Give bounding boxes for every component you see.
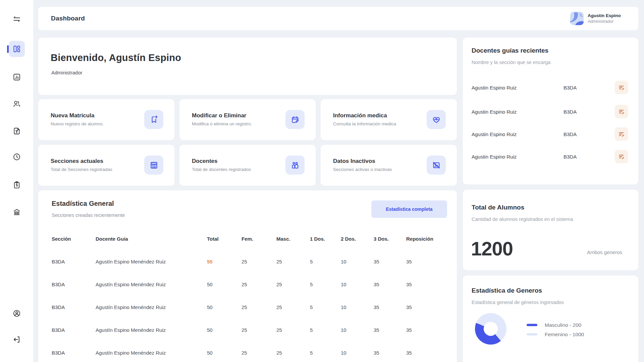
docente-name: Agustin Espino Ruiz [472, 109, 564, 115]
card-title: Nueva Matricula [51, 112, 94, 119]
table-cell: 10 [341, 282, 374, 287]
card-subtitle: Total de Secciones registradas [51, 167, 112, 172]
card-subtitle: Total de docentes registrados [192, 167, 251, 172]
table-cell: 25 [241, 282, 276, 287]
panel-subtitle: Cantidad de alumnos registrados en el si… [472, 217, 573, 222]
card-title: Modificar o Eliminar [192, 112, 246, 119]
docente-row: Agustin Espino Ruiz B3DA [463, 150, 638, 163]
user-menu[interactable]: Agustín Espino Administrador [570, 12, 621, 25]
col-masc: Masc. [276, 236, 310, 242]
welcome-subtitle: Administrador [51, 70, 83, 75]
table-cell: 25 [241, 259, 276, 264]
account-icon[interactable] [12, 309, 21, 318]
table-icon [144, 156, 163, 175]
estadistica-completa-button[interactable]: Estadística completa [371, 200, 447, 218]
logout-icon[interactable] [12, 335, 21, 344]
table-cell: 25 [276, 282, 310, 287]
col-seccion: Sección [52, 236, 96, 242]
user-role: Administrador [588, 19, 621, 24]
docente-section: B3DA [564, 154, 615, 160]
menu-toggle-icon[interactable] [12, 15, 21, 23]
table-header-row: Sección Docente Guia Total Fem. Masc. 1 … [52, 232, 443, 245]
card-docentes[interactable]: Docentes Total de docentes registrados [179, 145, 316, 186]
card-subtitle: Nuevo registro de alumno. [51, 121, 104, 126]
col-docente-guia: Docente Guia [96, 236, 207, 242]
table-cell: B3DA [52, 350, 96, 356]
table-cell: 25 [276, 350, 310, 356]
card-datos-inactivos[interactable]: Datos Inactivos Secciones activas o inac… [321, 145, 457, 186]
table-cell: 35 [406, 282, 443, 287]
table-cell: 25 [276, 327, 310, 333]
sidebar-item-documents[interactable] [12, 127, 21, 135]
users-icon [12, 100, 21, 108]
table-row: B3DA Agustín Espino Menéndez Ruiz 50 25 … [52, 273, 443, 296]
table-cell: 5 [310, 304, 341, 310]
table-cell: 25 [276, 259, 310, 264]
edit-docente-button[interactable] [615, 81, 628, 94]
table-cell: 35 [406, 327, 443, 333]
legend-masculino: Masculino - 200 [545, 322, 581, 328]
table-cell-highlight: 55 [207, 259, 241, 264]
avatar [570, 12, 584, 25]
bookmark-plus-icon [144, 110, 163, 129]
total-alumnos-card: Total de Alumnos Cantidad de alumnos reg… [463, 190, 638, 270]
edit-docente-button[interactable] [615, 105, 628, 118]
estadistica-general-card: Estadística General Secciones creadas re… [38, 190, 457, 362]
edit-docente-button[interactable] [615, 150, 628, 163]
sidebar-item-charts[interactable] [12, 73, 21, 81]
table-row: B3DA Agustín Espino Menéndez Ruiz 50 25 … [52, 341, 443, 362]
table-cell: 35 [406, 259, 443, 264]
card-informacion-medica[interactable]: Información medica Consulta la informaci… [321, 99, 457, 140]
edit-list-icon [618, 153, 625, 160]
panel-title: Estadística de Generos [472, 287, 542, 294]
section-title: Estadística General [52, 200, 114, 207]
docente-name: Agustin Espino Ruiz [472, 154, 564, 160]
total-alumnos-value: 1200 [471, 237, 513, 260]
table-cell: 25 [241, 304, 276, 310]
docente-row: Agustin Espino Ruiz B3DA [463, 81, 638, 94]
panel-title: Docentes guías recientes [472, 47, 548, 54]
col-2dos: 2 Dos. [341, 236, 374, 242]
page-title: Dashboard [51, 15, 85, 22]
dashboard-icon [12, 45, 21, 53]
col-reposicion: Reposición [406, 236, 443, 242]
edit-list-icon [618, 108, 625, 115]
clipboard-dollar-icon: $ [12, 181, 21, 189]
table-cell: 50 [207, 304, 241, 310]
sidebar-item-history[interactable] [12, 153, 21, 161]
sidebar-item-students[interactable] [12, 100, 21, 108]
file-text-icon [12, 127, 21, 135]
welcome-card: Bienvenido, Agustín Espino Administrador [38, 38, 457, 95]
table-cell: Agustín Espino Menéndez Ruiz [96, 282, 207, 287]
table-cell: 35 [374, 350, 406, 356]
table-cell: Agustín Espino Menéndez Ruiz [96, 327, 207, 333]
table-cell: 10 [341, 259, 374, 264]
panel-subtitle: Estadística general de géneros ingresado… [472, 300, 564, 305]
section-subtitle: Secciones creadas recientemente [52, 213, 125, 218]
legend-swatch-masculino [527, 324, 537, 326]
edit-docente-button[interactable] [615, 127, 628, 141]
sidebar-item-institution[interactable] [12, 207, 21, 216]
table-cell: B3DA [52, 259, 96, 264]
card-nueva-matricula[interactable]: Nueva Matricula Nuevo registro de alumno… [38, 99, 174, 140]
sidebar-item-dashboard[interactable] [9, 41, 25, 57]
card-modificar-eliminar[interactable]: Modificar o Eliminar Modifica o elimina … [179, 99, 316, 140]
svg-text:$: $ [16, 183, 18, 187]
card-secciones-actuales[interactable]: Secciones actuales Total de Secciones re… [38, 145, 174, 186]
card-title: Datos Inactivos [333, 158, 375, 165]
estadistica-generos-card: Estadística de Generos Estadística gener… [463, 276, 638, 362]
col-total: Total [207, 236, 241, 242]
docente-row: Agustin Espino Ruiz B3DA [463, 105, 638, 118]
table-cell: Agustín Espino Menéndez Ruiz [96, 350, 207, 356]
sidebar-item-payments[interactable]: $ [12, 181, 21, 189]
card-title: Información medica [333, 112, 387, 119]
table-cell: 5 [310, 327, 341, 333]
table-cell: 25 [241, 350, 276, 356]
table-cell: 35 [406, 350, 443, 356]
card-subtitle: Secciones activas o inactivas [333, 167, 392, 172]
image-off-icon [427, 156, 446, 175]
table-cell: 5 [310, 350, 341, 356]
legend-swatch-femenino [527, 333, 537, 336]
table-cell: 25 [276, 304, 310, 310]
docente-name: Agustin Espino Ruiz [472, 85, 564, 90]
